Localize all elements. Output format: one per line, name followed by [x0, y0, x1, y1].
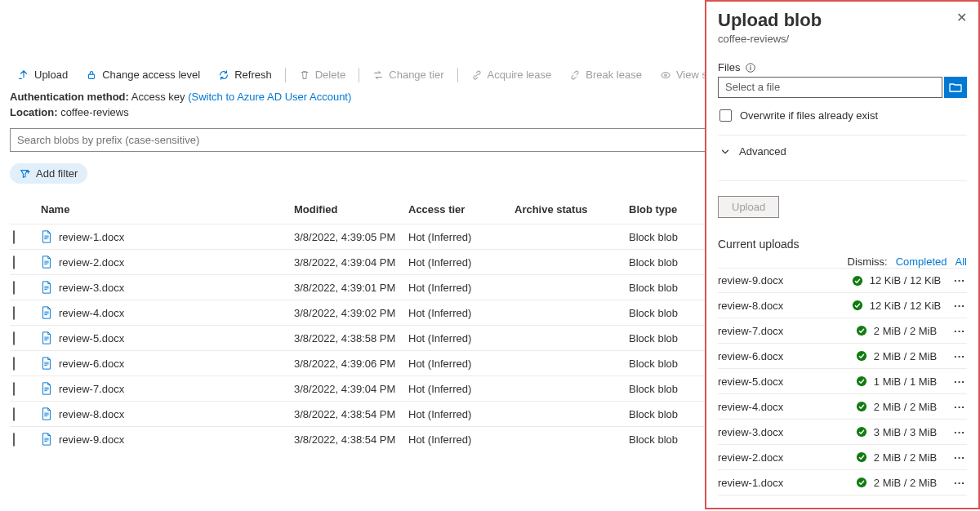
svg-point-1: [665, 73, 667, 76]
more-icon[interactable]: ···: [952, 350, 967, 362]
type-cell: Block blob: [629, 231, 694, 243]
document-icon: [41, 357, 52, 370]
upload-row: review-4.docx2 MiB / 2 MiB···: [718, 394, 967, 420]
overwrite-label: Overwrite if files already exist: [740, 109, 878, 122]
upload-button[interactable]: Upload: [10, 65, 76, 84]
modified-cell: 3/8/2022, 4:38:58 PM: [294, 332, 408, 344]
file-name: review-3.docx: [59, 282, 124, 294]
tier-cell: Hot (Inferred): [408, 332, 514, 344]
file-name: review-1.docx: [59, 231, 124, 243]
more-icon[interactable]: ···: [952, 401, 967, 413]
auth-label: Authentication method:: [10, 91, 129, 103]
overwrite-checkbox[interactable]: [719, 109, 732, 122]
browse-button[interactable]: [944, 77, 967, 98]
more-icon[interactable]: ···: [952, 375, 967, 388]
more-icon[interactable]: ···: [952, 300, 967, 312]
upload-row: review-1.docx2 MiB / 2 MiB···: [718, 470, 967, 495]
break-lease-label: Break lease: [586, 69, 642, 81]
refresh-button[interactable]: Refresh: [210, 65, 280, 84]
document-icon: [41, 382, 52, 395]
type-cell: Block blob: [629, 383, 694, 395]
tier-cell: Hot (Inferred): [408, 383, 514, 395]
dismiss-completed-link[interactable]: Completed: [896, 256, 947, 268]
modified-cell: 3/8/2022, 4:39:01 PM: [294, 282, 408, 294]
file-name: review-8.docx: [59, 408, 124, 420]
type-cell: Block blob: [629, 332, 694, 344]
tier-cell: Hot (Inferred): [408, 408, 514, 420]
close-icon[interactable]: ✕: [956, 10, 967, 25]
more-icon[interactable]: ···: [952, 451, 967, 464]
upload-row: review-9.docx12 KiB / 12 KiB···: [718, 268, 967, 293]
tier-cell: Hot (Inferred): [408, 358, 514, 370]
file-select-input[interactable]: Select a file: [718, 77, 942, 98]
success-icon: [852, 300, 863, 311]
upload-row: review-2.docx2 MiB / 2 MiB···: [718, 445, 967, 470]
change-access-button[interactable]: Change access level: [78, 65, 208, 84]
file-name: review-6.docx: [59, 358, 124, 370]
upload-size: 3 MiB / 3 MiB: [874, 426, 937, 438]
add-filter-button[interactable]: Add filter: [10, 163, 87, 184]
tier-cell: Hot (Inferred): [408, 307, 514, 319]
upload-size: 2 MiB / 2 MiB: [874, 451, 937, 464]
tier-cell: Hot (Inferred): [408, 256, 514, 269]
unlink-icon: [569, 69, 581, 81]
more-icon[interactable]: ···: [952, 274, 967, 287]
type-cell: Block blob: [629, 358, 694, 370]
more-icon[interactable]: ···: [952, 426, 967, 438]
row-checkbox[interactable]: [13, 331, 15, 345]
row-checkbox[interactable]: [13, 281, 15, 295]
document-icon: [41, 230, 52, 243]
success-icon: [856, 451, 867, 463]
row-checkbox[interactable]: [13, 407, 15, 421]
upload-blob-panel: Upload blob coffee-reviews/ ✕ Files Sele…: [705, 0, 980, 509]
eye-icon: [660, 69, 671, 81]
more-icon[interactable]: ···: [952, 477, 967, 489]
upload-size: 12 KiB / 12 KiB: [870, 300, 941, 312]
row-checkbox[interactable]: [13, 382, 15, 396]
dismiss-all-link[interactable]: All: [956, 256, 967, 268]
advanced-toggle[interactable]: Advanced: [718, 136, 967, 167]
row-checkbox[interactable]: [13, 357, 15, 371]
file-name: review-4.docx: [59, 307, 124, 319]
document-icon: [41, 433, 52, 446]
link-icon: [471, 69, 483, 81]
modified-cell: 3/8/2022, 4:38:54 PM: [294, 433, 408, 446]
upload-row: review-6.docx2 MiB / 2 MiB···: [718, 344, 967, 369]
upload-icon: [18, 69, 29, 81]
toolbar-separator: [457, 68, 458, 82]
refresh-icon: [218, 69, 229, 81]
filter-plus-icon: [20, 168, 31, 180]
modified-cell: 3/8/2022, 4:39:04 PM: [294, 256, 408, 269]
upload-submit-button[interactable]: Upload: [718, 196, 779, 218]
file-name: review-7.docx: [59, 383, 124, 395]
success-icon: [852, 275, 863, 287]
upload-size: 12 KiB / 12 KiB: [870, 274, 941, 287]
upload-row: review-5.docx1 MiB / 1 MiB···: [718, 369, 967, 394]
info-icon[interactable]: [745, 62, 756, 73]
current-uploads-heading: Current uploads: [718, 238, 967, 251]
change-tier-label: Change tier: [389, 69, 443, 81]
dismiss-label: Dismiss:: [848, 256, 888, 268]
lock-icon: [86, 69, 97, 81]
modified-cell: 3/8/2022, 4:39:05 PM: [294, 231, 408, 243]
upload-size: 1 MiB / 1 MiB: [874, 375, 937, 388]
col-access-tier: Access tier: [408, 203, 514, 216]
upload-row: review-7.docx2 MiB / 2 MiB···: [718, 318, 967, 344]
upload-name: review-9.docx: [718, 274, 840, 287]
row-checkbox[interactable]: [13, 306, 15, 320]
break-lease-button: Break lease: [561, 65, 650, 84]
panel-title: Upload blob: [718, 10, 822, 31]
col-name: Name: [33, 203, 294, 216]
upload-size: 2 MiB / 2 MiB: [874, 350, 937, 362]
refresh-label: Refresh: [234, 69, 272, 81]
row-checkbox[interactable]: [13, 433, 15, 447]
acquire-lease-button: Acquire lease: [463, 65, 560, 84]
toolbar-separator: [285, 68, 286, 82]
upload-size: 2 MiB / 2 MiB: [874, 401, 937, 413]
row-checkbox[interactable]: [13, 256, 15, 269]
svg-rect-0: [89, 74, 95, 78]
row-checkbox[interactable]: [13, 230, 15, 244]
switch-auth-link[interactable]: (Switch to Azure AD User Account): [188, 91, 351, 103]
more-icon[interactable]: ···: [952, 325, 967, 337]
document-icon: [41, 331, 52, 344]
